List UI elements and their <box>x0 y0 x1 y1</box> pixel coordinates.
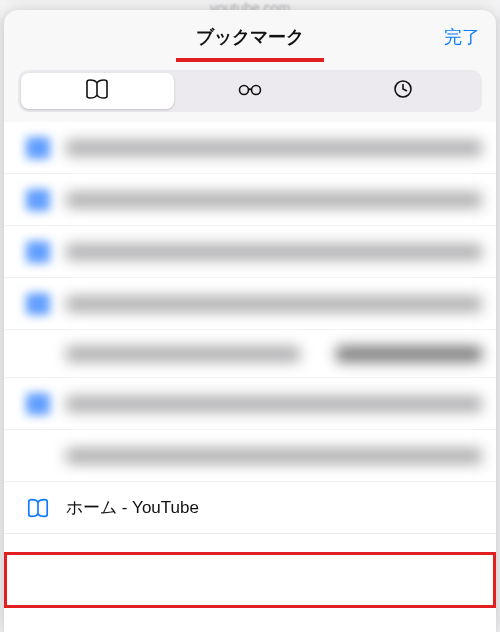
list-item-label <box>66 346 300 362</box>
sheet-title: ブックマーク <box>196 25 304 49</box>
tab-bookmarks[interactable] <box>21 73 174 109</box>
done-button[interactable]: 完了 <box>444 10 480 64</box>
bookmark-icon <box>26 393 50 415</box>
bookmark-icon <box>26 137 50 159</box>
segmented-control <box>18 70 482 112</box>
glasses-icon <box>237 78 263 104</box>
list-item-label <box>66 448 482 464</box>
list-item-label <box>66 244 482 260</box>
list-item[interactable] <box>4 330 496 378</box>
list-item-label: ホーム - YouTube <box>66 496 199 519</box>
bookmark-icon <box>26 189 50 211</box>
list-item[interactable] <box>4 378 496 430</box>
book-icon <box>26 497 50 519</box>
bookmark-list[interactable]: ホーム - YouTube <box>4 122 496 632</box>
tab-reading-list[interactable] <box>174 73 327 109</box>
book-icon <box>84 78 110 104</box>
list-item[interactable] <box>4 278 496 330</box>
bookmarks-sheet: ブックマーク 完了 <box>4 10 496 632</box>
list-item-label <box>336 346 482 362</box>
done-label: 完了 <box>444 25 480 49</box>
list-item-youtube[interactable]: ホーム - YouTube <box>4 482 496 534</box>
list-item[interactable] <box>4 226 496 278</box>
list-item[interactable] <box>4 174 496 226</box>
annotation-underline <box>176 58 324 62</box>
clock-icon <box>390 78 416 104</box>
list-item[interactable] <box>4 430 496 482</box>
list-item-label <box>66 140 482 156</box>
svg-point-0 <box>240 86 249 95</box>
list-item-label <box>66 192 482 208</box>
tab-history[interactable] <box>326 73 479 109</box>
bookmark-icon <box>26 241 50 263</box>
list-item[interactable] <box>4 122 496 174</box>
list-item-label <box>66 296 482 312</box>
sheet-header: ブックマーク 完了 <box>4 10 496 64</box>
bookmark-icon <box>26 293 50 315</box>
list-item-label <box>66 396 482 412</box>
svg-point-1 <box>252 86 261 95</box>
